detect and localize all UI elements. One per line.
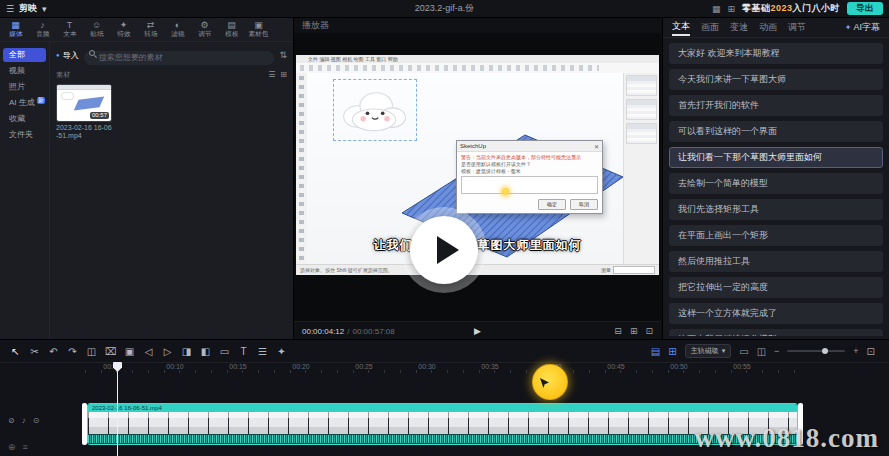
caption-row[interactable]: 这样一个立方体就完成了 (669, 303, 883, 324)
tool-mask[interactable]: ◧ (196, 346, 215, 357)
track-mute-icon[interactable]: ♪ (22, 416, 26, 425)
ratio-icon[interactable]: ⊞ (630, 326, 638, 336)
caption-row[interactable]: 在平面上画出一个矩形 (669, 225, 883, 246)
grid-view-icon[interactable]: ⊞ (280, 70, 287, 79)
ribbon-item-素材包[interactable]: ▣素材包 (245, 20, 272, 38)
split-view-icon[interactable]: ◫ (757, 346, 766, 357)
sidebar-item-照片[interactable]: 照片 (3, 80, 46, 94)
tool-freeze[interactable]: ▣ (120, 346, 139, 357)
sidebar-item-文件夹[interactable]: 文件夹 (3, 128, 46, 142)
tab-动画[interactable]: 动画 (759, 21, 777, 34)
ribbon-item-媒体[interactable]: ▦媒体 (2, 20, 29, 38)
tool-delete[interactable]: ⌧ (101, 346, 120, 357)
track-lock-icon[interactable]: ⊙ (33, 416, 40, 425)
tool-crop[interactable]: ◨ (177, 346, 196, 357)
quality-icon[interactable]: ⊟ (614, 326, 622, 336)
topbar-right: ▦ ⊞ 零基础2023入门八小时 导出 (712, 2, 883, 15)
fit-timeline-icon[interactable]: ⊡ (867, 346, 875, 357)
tab-调节[interactable]: 调节 (788, 21, 806, 34)
draft-filename[interactable]: 2023.2-gif-a.份 (415, 2, 475, 15)
clip-audio-waveform[interactable] (88, 434, 797, 444)
caption-row[interactable]: 把它拉伸出一定的高度 (669, 277, 883, 298)
ribbon-item-模板[interactable]: ▤模板 (218, 20, 245, 38)
tab-画面[interactable]: 画面 (701, 21, 719, 34)
tool-effects[interactable]: ✦ (272, 346, 291, 357)
tool-redo[interactable]: ↷ (63, 346, 82, 357)
ribbon-item-音频[interactable]: ♪音频 (29, 20, 56, 38)
timeline-zoom-slider[interactable] (787, 350, 845, 352)
track-menu-icon[interactable]: ≡ (23, 442, 28, 452)
zoom-knob[interactable] (822, 348, 828, 354)
ribbon-item-贴纸[interactable]: ☺贴纸 (83, 20, 110, 38)
ribbon-item-文本[interactable]: T文本 (56, 20, 83, 38)
layout-grid-icon[interactable]: ▦ (712, 4, 721, 14)
preview-axis-icon[interactable]: ▭ (739, 346, 748, 357)
dialog-cancel-button[interactable]: 取消 (570, 199, 598, 210)
tool-reverse[interactable]: ◁ (139, 346, 158, 357)
tab-文本[interactable]: 文本 (672, 18, 690, 36)
caption-row[interactable]: 然后使用推拉工具 (669, 251, 883, 272)
sidebar-label: 收藏 (9, 114, 25, 123)
caption-row[interactable]: 我们先选择矩形工具 (669, 199, 883, 220)
tool-undo[interactable]: ↶ (44, 346, 63, 357)
play-button[interactable]: ▶ (474, 326, 481, 336)
tool-tracks[interactable]: ☰ (253, 346, 272, 357)
snap-toggle-icon[interactable]: ▤ (651, 346, 660, 357)
promo-text: 零基础2023入门八小时 (742, 2, 840, 15)
sidebar-item-全部[interactable]: 全部 (3, 48, 46, 62)
playhead-line[interactable] (117, 362, 118, 456)
caption-row[interactable]: 让我们看一下那个草图大师里面如何 (669, 147, 883, 168)
ribbon-item-滤镜[interactable]: ◐滤镜 (164, 20, 191, 38)
tab-ai-captions[interactable]: ✦AI字幕 (845, 21, 880, 34)
dialog-title: SketchUp (460, 143, 486, 149)
ruler[interactable]: 00:0500:1000:1500:2000:2500:3000:3500:40… (0, 362, 889, 374)
dialog-ok-button[interactable]: 确定 (538, 199, 566, 210)
caption-row[interactable]: 去绘制一个简单的模型 (669, 173, 883, 194)
app-dialog: SketchUp ✕ 警告：当前文件来自更高版本，部分特性可能无法显示 是否使用… (456, 140, 603, 214)
list-view-icon[interactable]: ☰ (268, 70, 275, 79)
hamburger-menu-icon[interactable]: ☰ (6, 4, 14, 14)
magnet-dropdown[interactable]: 主轨磁吸▾ (685, 344, 732, 358)
ribbon-label: 素材包 (249, 30, 269, 38)
zoom-in-button[interactable]: + (853, 346, 858, 356)
sidebar-item-视频[interactable]: 视频 (3, 64, 46, 78)
media-thumbnail[interactable]: 00:57 (56, 84, 112, 122)
menu-caret-icon[interactable]: ▾ (42, 4, 47, 14)
tool-split[interactable]: ✂ (25, 346, 44, 357)
clip-trim-handle-left[interactable] (82, 403, 87, 445)
clip-filmstrip[interactable] (88, 412, 797, 434)
link-toggle-icon[interactable]: ⊞ (668, 346, 676, 357)
tab-import[interactable]: ●导入 (56, 50, 79, 61)
media-card[interactable]: 00:57 2023-02-16 16-06-51.mp4 (56, 84, 112, 142)
sidebar-item-AI 生成[interactable]: AI 生成新 (3, 96, 46, 110)
dialog-close-icon[interactable]: ✕ (594, 143, 599, 150)
sort-icon[interactable]: ⇅ (279, 50, 287, 60)
tool-mirror[interactable]: ◫ (82, 346, 101, 357)
video-clip[interactable]: 2023-02-16 16-06-51.mp4 (87, 403, 798, 445)
ribbon-item-特效[interactable]: ✦特效 (110, 20, 137, 38)
caption-row[interactable]: 首先打开我们的软件 (669, 95, 883, 116)
tool-text[interactable]: T (234, 346, 253, 357)
search-input[interactable] (84, 51, 275, 65)
tool-speed[interactable]: ▭ (215, 346, 234, 357)
ribbon-item-转场[interactable]: ⇄转场 (137, 20, 164, 38)
track-hide-icon[interactable]: ⊘ (8, 416, 15, 425)
add-track-icon[interactable]: ⊕ (8, 442, 16, 452)
zoom-out-button[interactable]: − (774, 346, 779, 356)
tool-forward[interactable]: ▷ (158, 346, 177, 357)
export-button[interactable]: 导出 (847, 2, 883, 15)
caption-row[interactable]: 接下来我们继续细化模型 (669, 329, 883, 336)
tool-select[interactable]: ↖ (6, 346, 25, 357)
tab-变速[interactable]: 变速 (730, 21, 748, 34)
ribbon-item-调节[interactable]: ⚙调节 (191, 20, 218, 38)
fullscreen-icon[interactable]: ⊡ (645, 326, 653, 336)
dialog-input-box[interactable] (461, 176, 598, 194)
ruler-label: 00:15 (229, 363, 247, 370)
caption-row[interactable]: 可以看到这样的一个界面 (669, 121, 883, 142)
caption-row[interactable]: 大家好 欢迎来到本期教程 (669, 43, 883, 64)
caption-row[interactable]: 今天我们来讲一下草图大师 (669, 69, 883, 90)
layout-split-icon[interactable]: ⊞ (727, 4, 735, 14)
big-play-button[interactable] (401, 207, 487, 293)
player-stage[interactable]: 文件 编辑 视图 相机 绘图 工具 窗口 帮助 (294, 33, 661, 322)
sidebar-item-收藏[interactable]: 收藏 (3, 112, 46, 126)
